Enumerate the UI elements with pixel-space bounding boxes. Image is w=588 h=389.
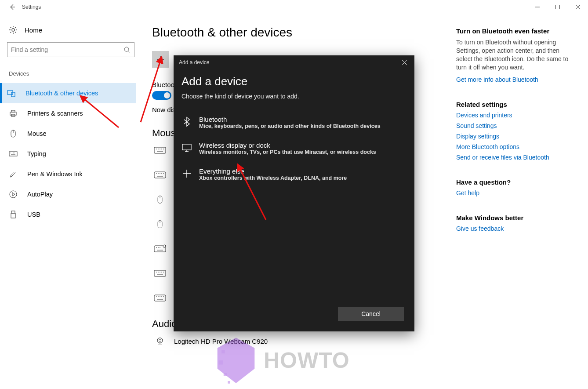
maximize-button[interactable]: [548, 0, 568, 14]
option-wireless-display[interactable]: Wireless display or dock Wireless monito…: [181, 137, 407, 163]
svg-rect-9: [9, 152, 17, 156]
search-input[interactable]: [11, 46, 123, 53]
keyboard-icon: [154, 146, 166, 155]
sidebar-item-label: Typing: [27, 150, 46, 157]
svg-rect-29: [224, 373, 227, 376]
display-icon: [181, 142, 192, 153]
close-icon: [576, 5, 580, 9]
question-heading: Have a question?: [456, 178, 570, 186]
sidebar-item-home[interactable]: Home: [7, 23, 136, 42]
dialog-subheading: Choose the kind of device you want to ad…: [181, 93, 407, 100]
svg-rect-20: [154, 295, 166, 301]
cancel-button[interactable]: Cancel: [338, 307, 404, 321]
search-box[interactable]: [7, 42, 134, 57]
mouse-icon: [9, 129, 18, 138]
close-button[interactable]: [568, 0, 588, 14]
option-bluetooth[interactable]: Bluetooth Mice, keyboards, pens, or audi…: [181, 111, 407, 137]
svg-rect-12: [11, 213, 15, 218]
svg-line-26: [240, 168, 266, 220]
mouse-icon: [154, 195, 166, 204]
option-title: Everything else: [199, 167, 347, 175]
devices-icon: [7, 89, 16, 98]
svg-rect-28: [219, 360, 223, 364]
home-label: Home: [25, 26, 42, 34]
sidebar-item-autoplay[interactable]: AutoPlay: [7, 184, 136, 204]
feedback-link[interactable]: Give us feedback: [456, 225, 570, 232]
svg-rect-13: [154, 147, 166, 153]
keyboard-icon: [154, 294, 166, 302]
svg-rect-5: [10, 112, 16, 115]
sidebar-item-pen-windows-ink[interactable]: Pen & Windows Ink: [7, 164, 136, 184]
dialog-title: Add a device: [179, 59, 209, 65]
get-help-link[interactable]: Get help: [456, 189, 570, 196]
dialog-titlebar: Add a device: [174, 55, 414, 69]
option-title: Wireless display or dock: [199, 142, 376, 149]
related-link-more-bluetooth-options[interactable]: More Bluetooth options: [456, 143, 570, 150]
related-link-display-settings[interactable]: Display settings: [456, 133, 570, 140]
keyboard-icon: [154, 171, 166, 179]
page-title: Bluetooth & other devices: [152, 25, 456, 40]
annotation-arrow: [136, 56, 171, 127]
logo-icon: [215, 334, 257, 387]
sidebar-item-usb[interactable]: USB: [7, 204, 136, 225]
watermark: HOWTO: [215, 334, 350, 387]
sidebar-item-label: Mouse: [27, 130, 47, 137]
close-icon: [402, 60, 407, 65]
bluetooth-icon: [181, 116, 192, 127]
svg-point-22: [159, 339, 161, 342]
maximize-icon: [555, 5, 560, 9]
svg-line-24: [83, 98, 119, 127]
annotation-arrow: [233, 163, 272, 224]
related-link-devices-printers[interactable]: Devices and printers: [456, 112, 570, 119]
svg-point-21: [157, 338, 163, 343]
titlebar: Settings: [0, 0, 588, 14]
keyboard-icon: [154, 244, 166, 253]
svg-point-18: [163, 245, 166, 247]
printer-icon: [9, 109, 18, 118]
option-desc: Wireless monitors, TVs, or PCs that use …: [199, 149, 376, 155]
sidebar-item-typing[interactable]: Typing: [7, 144, 136, 164]
webcam-icon: [154, 337, 166, 345]
svg-rect-14: [154, 172, 166, 178]
svg-line-25: [141, 61, 160, 122]
svg-point-1: [12, 29, 15, 31]
keyboard-icon: [9, 149, 18, 158]
tip-text: To turn on Bluetooth without opening Set…: [456, 38, 570, 72]
mouse-icon: [154, 220, 166, 229]
sidebar-item-label: Pen & Windows Ink: [27, 171, 83, 178]
svg-rect-27: [221, 350, 225, 354]
related-heading: Related settings: [456, 101, 570, 108]
svg-point-2: [124, 47, 129, 51]
keyboard-icon: [154, 269, 166, 278]
help-panel: Turn on Bluetooth even faster To turn on…: [456, 14, 588, 389]
sidebar: Home Devices Bluetooth & other devices P…: [0, 14, 136, 389]
annotation-arrow: [70, 92, 132, 136]
option-everything-else[interactable]: Everything else Xbox controllers with Wi…: [181, 163, 407, 189]
sidebar-item-label: AutoPlay: [27, 191, 53, 198]
pen-icon: [9, 170, 18, 178]
sidebar-section-label: Devices: [9, 70, 136, 77]
autoplay-icon: [9, 190, 18, 199]
svg-rect-11: [11, 211, 15, 213]
option-desc: Xbox controllers with Wireless Adapter, …: [199, 175, 347, 181]
arrow-left-icon: [9, 4, 16, 11]
svg-rect-23: [182, 144, 191, 150]
minimize-button[interactable]: [527, 0, 548, 14]
plus-icon: [181, 168, 192, 179]
dialog-heading: Add a device: [181, 75, 407, 88]
back-button[interactable]: [4, 0, 21, 14]
better-heading: Make Windows better: [456, 214, 570, 222]
dialog-close-button[interactable]: [394, 55, 414, 69]
related-link-send-receive-files[interactable]: Send or receive files via Bluetooth: [456, 154, 570, 161]
option-title: Bluetooth: [199, 116, 381, 123]
svg-rect-19: [154, 270, 166, 276]
gear-icon: [9, 25, 18, 34]
svg-rect-0: [556, 5, 560, 9]
tip-link[interactable]: Get more info about Bluetooth: [456, 76, 570, 83]
svg-rect-6: [11, 110, 15, 112]
sidebar-item-label: USB: [27, 211, 40, 218]
svg-point-10: [10, 191, 17, 198]
add-a-device-dialog: Add a device Add a device Choose the kin…: [174, 55, 414, 331]
watermark-text: HOWTO: [264, 348, 350, 373]
related-link-sound-settings[interactable]: Sound settings: [456, 122, 570, 129]
